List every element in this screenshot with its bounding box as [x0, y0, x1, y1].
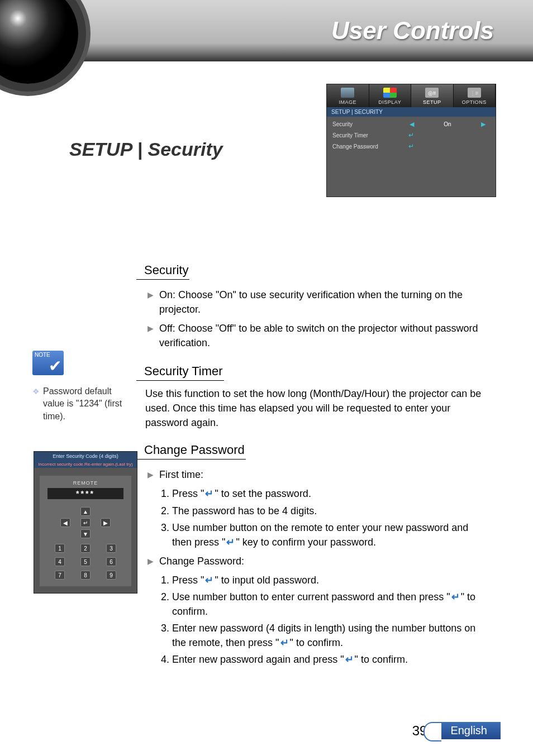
language-pill: English: [434, 722, 501, 739]
dpad-left-icon[interactable]: ◀: [60, 518, 70, 527]
key-6[interactable]: 6: [106, 557, 116, 566]
note-text: Password default value is "1234" (first …: [43, 385, 133, 423]
section-heading-security: Security: [136, 261, 189, 280]
osd-tabs: IMAGE DISPLAY ◎≡ SETUP ⋮≡ OPTIONS: [327, 84, 496, 107]
header-title: User Controls: [331, 17, 494, 45]
dpad-up-icon[interactable]: ▲: [80, 507, 91, 516]
check-icon: ✔: [49, 357, 61, 375]
osd-breadcrumb: SETUP | SECURITY: [327, 107, 496, 117]
key-2[interactable]: 2: [80, 544, 91, 553]
note-badge: NOTE ✔: [32, 351, 64, 375]
note-badge-label: NOTE: [35, 352, 50, 358]
remote-label: REMOTE: [43, 480, 128, 486]
lens-graphic-icon: [0, 0, 78, 84]
arrow-left-icon[interactable]: ◀: [405, 121, 418, 128]
page-title: SETUP | Security: [69, 138, 223, 160]
arrow-right-icon[interactable]: ▶: [477, 121, 490, 128]
color-blocks-icon: [383, 88, 397, 98]
diamond-bullet-icon: ❖: [32, 385, 40, 423]
timer-body: Use this function to set the how long (M…: [145, 386, 485, 430]
enter-icon: ↵: [408, 142, 414, 150]
triangle-bullet-icon: ▶: [147, 321, 154, 336]
change-password-steps: Press "↵" to input old password. Use num…: [172, 573, 485, 667]
setup-icon: ◎≡: [425, 88, 439, 98]
monitor-icon: [341, 88, 354, 98]
bullet-off: ▶ Off: Choose "Off" to be able to switch…: [147, 321, 485, 350]
key-4[interactable]: 4: [55, 557, 65, 566]
dpad-right-icon[interactable]: ▶: [101, 518, 111, 527]
footer: 39 English: [412, 722, 501, 739]
osd-row-security-timer[interactable]: Security Timer ↵: [327, 130, 496, 141]
pw-pad-error: Incorrect security code.Re-enter again.(…: [34, 461, 137, 468]
osd-tab-options[interactable]: ⋮≡ OPTIONS: [454, 84, 496, 107]
number-grid: 1 2 3 4 5 6 7 8 9: [43, 544, 128, 580]
enter-icon: ↵: [204, 486, 215, 501]
dpad-enter-icon[interactable]: ↵: [80, 518, 91, 527]
enter-icon: ↵: [344, 652, 355, 667]
enter-icon: ↵: [408, 131, 414, 139]
osd-row-change-password[interactable]: Change Password ↵: [327, 141, 496, 152]
header-banner: User Controls: [0, 0, 533, 61]
osd-menu: IMAGE DISPLAY ◎≡ SETUP ⋮≡ OPTIONS SETUP …: [326, 84, 496, 197]
section-heading-change-password: Change Password: [136, 441, 246, 460]
list-item: Use number button on the remote to enter…: [172, 520, 485, 549]
sliders-icon: ⋮≡: [468, 88, 481, 98]
triangle-bullet-icon: ▶: [147, 288, 154, 302]
osd-tab-display[interactable]: DISPLAY: [369, 84, 412, 107]
enter-icon: ↵: [204, 573, 215, 587]
osd-row-security[interactable]: Security ◀ On ▶: [327, 119, 496, 130]
enter-icon: ↵: [225, 535, 236, 549]
dpad-down-icon[interactable]: ▼: [80, 529, 91, 538]
triangle-bullet-icon: ▶: [147, 554, 154, 568]
enter-icon: ↵: [279, 635, 290, 650]
first-time-steps: Press "↵" to set the password. The passw…: [172, 486, 485, 549]
list-item: Enter new password again and press "↵" t…: [172, 652, 485, 667]
triangle-bullet-icon: ▶: [147, 467, 154, 482]
osd-tab-image[interactable]: IMAGE: [327, 84, 369, 107]
key-7[interactable]: 7: [55, 571, 65, 580]
key-9[interactable]: 9: [106, 571, 116, 580]
dpad: ▲ ◀ ↵ ▶ ▼: [43, 507, 128, 538]
key-1[interactable]: 1: [55, 544, 65, 553]
password-field[interactable]: ****: [47, 488, 123, 499]
list-item: Use number button to enter current passw…: [172, 590, 485, 619]
bullet-on: ▶ On: Choose "On" to use security verifi…: [147, 288, 485, 317]
key-3[interactable]: 3: [106, 544, 116, 553]
key-5[interactable]: 5: [80, 557, 91, 566]
list-item: Press "↵" to input old password.: [172, 573, 485, 587]
list-item: Press "↵" to set the password.: [172, 486, 485, 501]
section-heading-timer: Security Timer: [136, 362, 224, 381]
bullet-first-time: ▶ First time:: [147, 467, 485, 482]
content-body: Security ▶ On: Choose "On" to use securi…: [144, 257, 485, 671]
list-item: The password has to be 4 digits.: [172, 504, 485, 518]
note-block: NOTE ✔ ❖ Password default value is "1234…: [32, 351, 133, 423]
enter-icon: ↵: [450, 590, 461, 604]
list-item: Enter new password (4 digits in length) …: [172, 621, 485, 650]
bullet-change-password: ▶ Change Password:: [147, 554, 485, 568]
key-8[interactable]: 8: [80, 571, 91, 580]
pw-pad-title: Enter Security Code (4 digits): [34, 452, 137, 461]
password-pad: Enter Security Code (4 digits) Incorrect…: [34, 451, 137, 594]
osd-tab-setup[interactable]: ◎≡ SETUP: [411, 84, 454, 107]
